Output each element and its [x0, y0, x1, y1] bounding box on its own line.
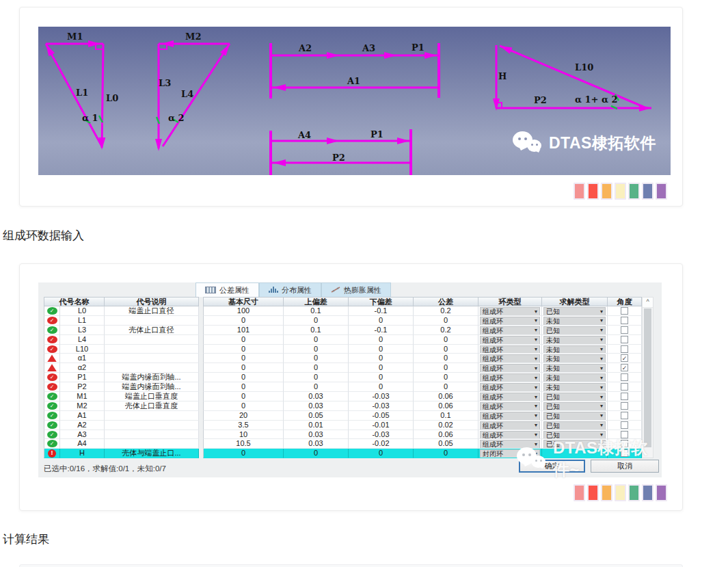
- ring-type-dropdown[interactable]: 组成环 ▾: [480, 345, 540, 354]
- table-row[interactable]: ✓ L1 0 0 0 0 组成环 ▾ 未知 ▾: [44, 316, 642, 326]
- row-lower-cell[interactable]: -0.01: [349, 421, 414, 430]
- row-desc-cell[interactable]: [105, 316, 199, 326]
- ring-type-dropdown[interactable]: 组成环 ▾: [480, 354, 540, 363]
- row-name-cell[interactable]: L1: [60, 316, 105, 326]
- row-basic-cell[interactable]: 0: [203, 373, 284, 382]
- row-upper-cell[interactable]: 0: [284, 335, 349, 345]
- row-tolerance-cell[interactable]: 0: [414, 363, 478, 373]
- row-upper-cell[interactable]: 0.1: [284, 306, 349, 316]
- row-tolerance-cell[interactable]: 0.1: [414, 411, 478, 421]
- row-lower-cell[interactable]: 0: [349, 345, 414, 354]
- solve-type-dropdown[interactable]: 已知 ▾: [543, 326, 606, 335]
- table-row[interactable]: ✓ L4 0 0 0 0 组成环 ▾ 未知 ▾: [44, 335, 642, 345]
- row-lower-cell[interactable]: -0.02: [349, 439, 414, 449]
- row-upper-cell[interactable]: 0: [284, 363, 349, 373]
- row-tolerance-cell[interactable]: 0: [414, 345, 478, 354]
- solve-type-dropdown[interactable]: 已知 ▾: [543, 421, 606, 430]
- row-basic-cell[interactable]: 10.5: [203, 439, 284, 449]
- angle-checkbox[interactable]: [621, 421, 628, 429]
- row-upper-cell[interactable]: 0.03: [284, 430, 349, 440]
- column-header-basic[interactable]: 基本尺寸: [203, 297, 284, 306]
- table-row[interactable]: ✓ L10 0 0 0 0 组成环 ▾ 未知 ▾: [44, 345, 642, 354]
- angle-checkbox[interactable]: [621, 326, 628, 334]
- scroll-up-icon[interactable]: ^: [643, 298, 653, 308]
- table-row[interactable]: ✓ L0 端盖止口直径 100 0.1 -0.1 0.2 组成环 ▾ 已知 ▾: [44, 306, 642, 316]
- solve-type-dropdown[interactable]: 未知 ▾: [543, 364, 606, 373]
- row-name-cell[interactable]: α2: [60, 363, 105, 373]
- row-lower-cell[interactable]: 0: [349, 354, 414, 363]
- row-tolerance-cell[interactable]: 0: [414, 316, 478, 326]
- row-lower-cell[interactable]: 0: [349, 449, 414, 458]
- angle-checkbox[interactable]: [621, 412, 628, 419]
- column-header-name[interactable]: 代号名称: [44, 297, 105, 306]
- angle-checkbox[interactable]: [621, 393, 628, 400]
- row-desc-cell[interactable]: [105, 439, 199, 449]
- solve-type-dropdown[interactable]: 已知 ▾: [543, 307, 606, 316]
- row-name-cell[interactable]: A4: [60, 439, 105, 449]
- row-desc-cell[interactable]: [105, 411, 199, 421]
- row-basic-cell[interactable]: 0: [203, 316, 284, 326]
- row-basic-cell[interactable]: 0: [203, 392, 284, 401]
- row-desc-cell[interactable]: 端盖内缘面到轴...: [105, 382, 199, 392]
- scrollbar-thumb[interactable]: [644, 308, 651, 447]
- table-row[interactable]: ✓ M2 壳体止口垂直度 0 0.03 -0.03 0.06 组成环 ▾ 已知 …: [44, 401, 642, 411]
- row-tolerance-cell[interactable]: 0.2: [414, 306, 478, 316]
- solve-type-dropdown[interactable]: 未知 ▾: [543, 373, 606, 382]
- column-header-ringtype[interactable]: 环类型: [478, 297, 542, 306]
- row-upper-cell[interactable]: 0.1: [284, 326, 349, 335]
- ring-type-dropdown[interactable]: 组成环 ▾: [480, 393, 540, 401]
- solve-type-dropdown[interactable]: 未知 ▾: [543, 354, 606, 363]
- row-lower-cell[interactable]: -0.03: [349, 401, 414, 411]
- column-header-lower[interactable]: 下偏差: [349, 297, 414, 306]
- row-lower-cell[interactable]: -0.1: [349, 306, 414, 316]
- row-name-cell[interactable]: M1: [60, 392, 105, 401]
- row-name-cell[interactable]: A3: [60, 430, 105, 440]
- row-lower-cell[interactable]: 0: [349, 382, 414, 392]
- table-row[interactable]: ✓ A1 20 0.05 -0.05 0.1 组成环 ▾ 已知 ▾: [44, 411, 642, 421]
- table-row[interactable]: ✓ L3 壳体止口直径 101 0.1 -0.1 0.2 组成环 ▾ 已知 ▾: [44, 326, 642, 335]
- row-basic-cell[interactable]: 3.5: [203, 421, 284, 430]
- row-upper-cell[interactable]: 0.01: [284, 421, 349, 430]
- row-upper-cell[interactable]: 0: [284, 449, 349, 458]
- row-desc-cell[interactable]: 端盖止口垂直度: [105, 392, 199, 401]
- row-lower-cell[interactable]: -0.03: [349, 392, 414, 401]
- ring-type-dropdown[interactable]: 组成环 ▾: [480, 373, 540, 382]
- row-tolerance-cell[interactable]: 0.06: [414, 392, 478, 401]
- table-row[interactable]: α1 0 0 0 0 组成环 ▾ 未知 ▾ ✓: [44, 354, 642, 363]
- row-tolerance-cell[interactable]: 0.2: [414, 326, 478, 335]
- row-basic-cell[interactable]: 0: [203, 449, 284, 458]
- angle-checkbox[interactable]: [621, 345, 628, 353]
- row-lower-cell[interactable]: 0: [349, 335, 414, 345]
- row-tolerance-cell[interactable]: 0: [414, 449, 478, 458]
- row-tolerance-cell[interactable]: 0.06: [414, 401, 478, 411]
- row-desc-cell[interactable]: [105, 345, 199, 354]
- row-lower-cell[interactable]: 0: [349, 373, 414, 382]
- row-upper-cell[interactable]: 0: [284, 316, 349, 326]
- angle-checkbox[interactable]: [621, 307, 628, 315]
- row-name-cell[interactable]: P2: [60, 382, 105, 392]
- row-desc-cell[interactable]: 端盖止口直径: [105, 306, 199, 316]
- ring-type-dropdown[interactable]: 组成环 ▾: [480, 317, 540, 326]
- row-upper-cell[interactable]: 0: [284, 382, 349, 392]
- ring-type-dropdown[interactable]: 组成环 ▾: [480, 326, 540, 335]
- row-name-cell[interactable]: H: [60, 449, 105, 458]
- solve-type-dropdown[interactable]: 未知 ▾: [543, 336, 606, 345]
- column-header-solvetype[interactable]: 求解类型: [542, 297, 608, 306]
- row-tolerance-cell[interactable]: 0: [414, 382, 478, 392]
- row-name-cell[interactable]: L10: [60, 345, 105, 354]
- row-basic-cell[interactable]: 0: [203, 363, 284, 373]
- ring-type-dropdown[interactable]: 组成环 ▾: [480, 307, 540, 316]
- tab-distribution[interactable]: 分布属性: [259, 282, 321, 297]
- row-desc-cell[interactable]: [105, 363, 199, 373]
- angle-checkbox[interactable]: [621, 317, 628, 324]
- table-row[interactable]: ✓ P2 端盖内缘面到轴... 0 0 0 0 组成环 ▾ 未知 ▾: [44, 382, 642, 392]
- row-tolerance-cell[interactable]: 0: [414, 335, 478, 345]
- row-basic-cell[interactable]: 0: [203, 354, 284, 363]
- table-row[interactable]: ✓ P1 端盖内缘面到轴... 0 0 0 0 组成环 ▾ 未知 ▾: [44, 373, 642, 382]
- row-lower-cell[interactable]: -0.1: [349, 326, 414, 335]
- row-tolerance-cell[interactable]: 0.05: [414, 439, 478, 449]
- row-basic-cell[interactable]: 101: [203, 326, 284, 335]
- row-desc-cell[interactable]: 壳体止口直径: [105, 326, 199, 335]
- row-desc-cell[interactable]: 壳体止口垂直度: [105, 401, 199, 411]
- ring-type-dropdown[interactable]: 组成环 ▾: [480, 412, 540, 421]
